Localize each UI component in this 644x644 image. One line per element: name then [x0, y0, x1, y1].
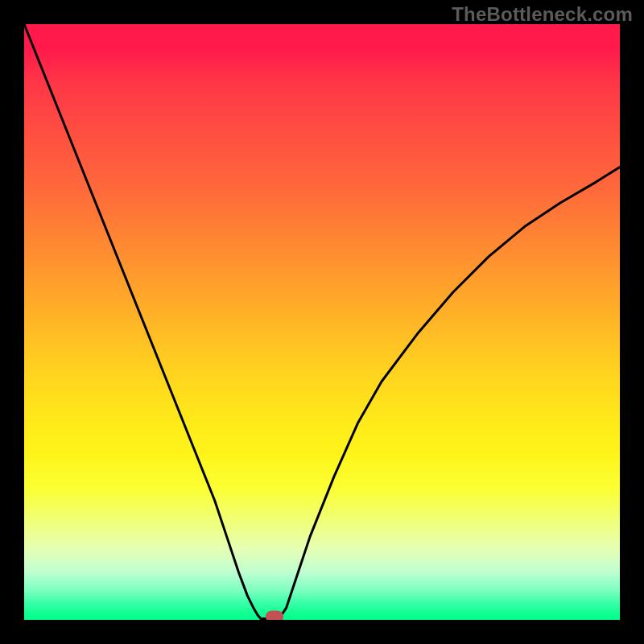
watermark-text: TheBottleneck.com	[452, 3, 633, 26]
curve-svg	[24, 24, 620, 620]
chart-frame: TheBottleneck.com	[0, 0, 644, 644]
minimum-marker	[266, 610, 283, 620]
plot-area	[24, 24, 620, 620]
